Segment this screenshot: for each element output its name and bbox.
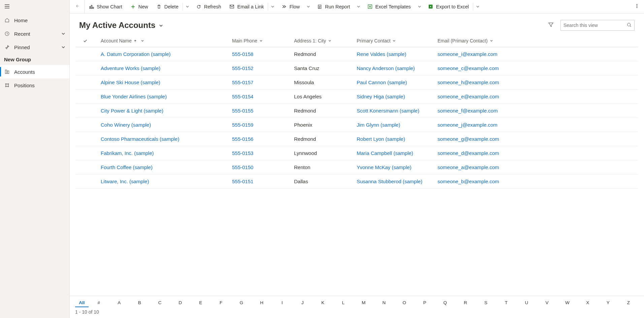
email-link[interactable]: someone_b@example.com xyxy=(435,179,638,184)
filter-button[interactable] xyxy=(545,20,556,31)
contact-link[interactable]: Nancy Anderson (sample) xyxy=(354,65,435,71)
phone-link[interactable]: 555-0156 xyxy=(229,136,291,142)
alpha-filter-o[interactable]: O xyxy=(394,298,414,307)
account-name-link[interactable]: Alpine Ski House (sample) xyxy=(95,80,229,85)
alpha-filter-p[interactable]: P xyxy=(415,298,435,307)
new-button[interactable]: New xyxy=(126,0,152,13)
phone-link[interactable]: 555-0152 xyxy=(229,65,291,71)
search-input[interactable] xyxy=(564,23,625,28)
refresh-button[interactable]: Refresh xyxy=(192,0,225,13)
alpha-filter-x[interactable]: X xyxy=(578,298,598,307)
alpha-filter-d[interactable]: D xyxy=(170,298,190,307)
table-row[interactable]: A. Datum Corporation (sample)555-0158Red… xyxy=(76,47,638,61)
alpha-filter-b[interactable]: B xyxy=(129,298,150,307)
email-link[interactable]: someone_a@example.com xyxy=(435,164,638,170)
phone-link[interactable]: 555-0158 xyxy=(229,51,291,57)
account-name-link[interactable]: Litware, Inc. (sample) xyxy=(95,179,229,184)
alpha-filter-a[interactable]: A xyxy=(109,298,129,307)
table-row[interactable]: Fabrikam, Inc. (sample)555-0153LynnwoodM… xyxy=(76,146,638,160)
col-header-email[interactable]: Email (Primary Contact) xyxy=(435,38,638,43)
nav-accounts[interactable]: Accounts xyxy=(0,65,69,78)
alpha-filter-q[interactable]: Q xyxy=(435,298,455,307)
export-excel-split[interactable] xyxy=(473,0,482,13)
account-name-link[interactable]: Adventure Works (sample) xyxy=(95,65,229,71)
contact-link[interactable]: Scott Konersmann (sample) xyxy=(354,108,435,114)
alpha-filter-g[interactable]: G xyxy=(231,298,251,307)
col-header-main-phone[interactable]: Main Phone xyxy=(229,38,291,43)
table-row[interactable]: Blue Yonder Airlines (sample)555-0154Los… xyxy=(76,90,638,104)
account-name-link[interactable]: Coho Winery (sample) xyxy=(95,122,229,128)
alpha-filter-k[interactable]: K xyxy=(313,298,333,307)
table-row[interactable]: Contoso Pharmaceuticals (sample)555-0156… xyxy=(76,132,638,146)
flow-button[interactable]: Flow xyxy=(277,0,304,13)
alpha-filter-h[interactable]: H xyxy=(252,298,272,307)
nav-pinned[interactable]: Pinned xyxy=(0,40,69,54)
contact-link[interactable]: Rene Valdes (sample) xyxy=(354,51,435,57)
contact-link[interactable]: Maria Campbell (sample) xyxy=(354,150,435,156)
alpha-filter-u[interactable]: U xyxy=(516,298,537,307)
email-link-button[interactable]: Email a Link xyxy=(225,0,268,13)
excel-templates-button[interactable]: Excel Templates xyxy=(363,0,415,13)
alpha-filter-v[interactable]: V xyxy=(537,298,557,307)
table-row[interactable]: Coho Winery (sample)555-0159PhoenixJim G… xyxy=(76,118,638,132)
table-row[interactable]: City Power & Light (sample)555-0155Redmo… xyxy=(76,104,638,118)
alpha-filter-w[interactable]: W xyxy=(557,298,577,307)
email-link[interactable]: someone_i@example.com xyxy=(435,51,638,57)
delete-split[interactable] xyxy=(183,0,192,13)
email-link[interactable]: someone_f@example.com xyxy=(435,108,638,114)
delete-button[interactable]: Delete xyxy=(152,0,183,13)
overflow-button[interactable] xyxy=(631,0,643,13)
phone-link[interactable]: 555-0159 xyxy=(229,122,291,128)
run-report-split[interactable] xyxy=(354,0,363,13)
alpha-filter-c[interactable]: C xyxy=(150,298,170,307)
back-button[interactable] xyxy=(71,0,85,13)
email-link[interactable]: someone_j@example.com xyxy=(435,122,638,128)
alpha-filter-z[interactable]: Z xyxy=(618,298,639,307)
contact-link[interactable]: Sidney Higa (sample) xyxy=(354,94,435,99)
account-name-link[interactable]: Fabrikam, Inc. (sample) xyxy=(95,150,229,156)
alpha-filter-n[interactable]: N xyxy=(374,298,394,307)
phone-link[interactable]: 555-0150 xyxy=(229,164,291,170)
phone-link[interactable]: 555-0154 xyxy=(229,94,291,99)
select-all-checkbox[interactable] xyxy=(76,38,95,43)
alpha-filter-t[interactable]: T xyxy=(496,298,516,307)
alpha-filter-e[interactable]: E xyxy=(190,298,211,307)
flow-split[interactable] xyxy=(304,0,313,13)
contact-link[interactable]: Paul Cannon (sample) xyxy=(354,80,435,85)
email-link[interactable]: someone_c@example.com xyxy=(435,65,638,71)
view-selector[interactable]: My Active Accounts xyxy=(79,21,163,30)
account-name-link[interactable]: City Power & Light (sample) xyxy=(95,108,229,114)
phone-link[interactable]: 555-0155 xyxy=(229,108,291,114)
email-link[interactable]: someone_e@example.com xyxy=(435,94,638,99)
search-box[interactable] xyxy=(560,20,635,31)
account-name-link[interactable]: Contoso Pharmaceuticals (sample) xyxy=(95,136,229,142)
nav-positions[interactable]: Positions xyxy=(0,78,69,92)
table-row[interactable]: Adventure Works (sample)555-0152Santa Cr… xyxy=(76,61,638,75)
alpha-filter-l[interactable]: L xyxy=(333,298,353,307)
col-header-primary-contact[interactable]: Primary Contact xyxy=(354,38,435,43)
email-link[interactable]: someone_d@example.com xyxy=(435,150,638,156)
table-row[interactable]: Alpine Ski House (sample)555-0157Missoul… xyxy=(76,75,638,90)
email-link[interactable]: someone_h@example.com xyxy=(435,80,638,85)
table-row[interactable]: Litware, Inc. (sample)555-0151DallasSusa… xyxy=(76,174,638,189)
export-excel-button[interactable]: Export to Excel xyxy=(424,0,473,13)
account-name-link[interactable]: Fourth Coffee (sample) xyxy=(95,164,229,170)
contact-link[interactable]: Robert Lyon (sample) xyxy=(354,136,435,142)
phone-link[interactable]: 555-0157 xyxy=(229,80,291,85)
nav-recent[interactable]: Recent xyxy=(0,27,69,40)
email-link[interactable]: someone_g@example.com xyxy=(435,136,638,142)
phone-link[interactable]: 555-0151 xyxy=(229,179,291,184)
contact-link[interactable]: Yvonne McKay (sample) xyxy=(354,164,435,170)
email-link-split[interactable] xyxy=(268,0,277,13)
contact-link[interactable]: Jim Glynn (sample) xyxy=(354,122,435,128)
alpha-filter-m[interactable]: M xyxy=(353,298,374,307)
alpha-filter-s[interactable]: S xyxy=(476,298,496,307)
show-chart-button[interactable]: Show Chart xyxy=(85,0,126,13)
alpha-filter-#[interactable]: # xyxy=(89,298,109,307)
alpha-filter-y[interactable]: Y xyxy=(598,298,618,307)
phone-link[interactable]: 555-0153 xyxy=(229,150,291,156)
alpha-filter-f[interactable]: F xyxy=(211,298,231,307)
table-row[interactable]: Fourth Coffee (sample)555-0150RentonYvon… xyxy=(76,160,638,174)
contact-link[interactable]: Susanna Stubberod (sample) xyxy=(354,179,435,184)
nav-home[interactable]: Home xyxy=(0,13,69,27)
